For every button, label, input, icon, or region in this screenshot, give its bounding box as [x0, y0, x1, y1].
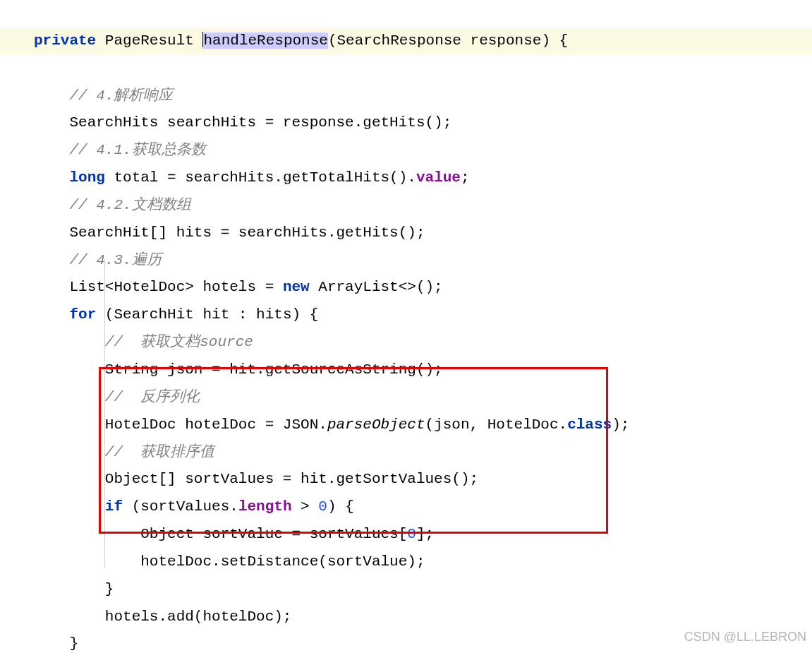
method-name: handleResponse — [203, 32, 327, 49]
param-type: SearchResponse — [337, 32, 461, 49]
comment-line: // 4.3.遍历 — [69, 252, 161, 268]
static-method: parseObject — [327, 417, 425, 433]
comment-line: // 反序列化 — [105, 389, 200, 405]
code-line: Object[] sortValues = hit.getSortValues(… — [105, 471, 478, 487]
field-value: value — [416, 169, 461, 186]
brace-close: } — [105, 581, 114, 597]
code-line: String json = hit.getSourceAsString(); — [105, 361, 443, 378]
code-fragment: ; — [461, 169, 470, 186]
code-fragment: (json, HotelDoc. — [425, 417, 568, 433]
code-fragment: HotelDoc hotelDoc = JSON. — [105, 417, 327, 433]
code-line: SearchHits searchHits = response.getHits… — [69, 114, 452, 131]
code-fragment: ) { — [327, 498, 354, 515]
code-fragment: ArrayList<>(); — [310, 279, 443, 295]
method-signature-line: private PageResult handleResponse(Search… — [0, 28, 812, 55]
keyword-for: for — [69, 306, 96, 323]
code-fragment: List<HotelDoc> hotels = — [69, 279, 282, 295]
code-fragment: > — [292, 498, 319, 515]
fold-guide-line — [104, 258, 105, 568]
number-literal: 0 — [318, 498, 327, 515]
code-fragment: (sortValues. — [123, 498, 238, 515]
code-line: hotelDoc.setDistance(sortValue); — [140, 553, 425, 570]
code-line: SearchHit[] hits = searchHits.getHits(); — [69, 224, 425, 241]
code-fragment: total = searchHits.getTotalHits(). — [105, 169, 416, 186]
modifier-keyword: private — [34, 32, 96, 49]
keyword-new: new — [283, 279, 310, 295]
code-fragment: ); — [612, 417, 629, 433]
brace-close: } — [69, 635, 78, 652]
comment-line: // 4.1.获取总条数 — [69, 142, 205, 158]
return-type: PageResult — [105, 32, 194, 49]
field-length: length — [238, 498, 292, 515]
code-line: hotels.add(hotelDoc); — [105, 609, 292, 625]
keyword-if: if — [105, 498, 123, 515]
keyword-long: long — [69, 169, 104, 186]
number-literal: 0 — [407, 526, 416, 542]
code-fragment: Object sortValue = sortValues[ — [140, 526, 407, 542]
param-name: response — [471, 32, 542, 49]
code-editor[interactable]: private PageResult handleResponse(Search… — [0, 0, 812, 653]
comment-line: // 获取文档source — [105, 334, 253, 350]
comment-line: // 4.2.文档数组 — [69, 197, 190, 213]
watermark-text: CSDN @LL.LEBRON — [684, 625, 806, 649]
comment-line: // 4.解析响应 — [69, 88, 173, 104]
brace-open: { — [559, 32, 569, 49]
comment-line: // 获取排序值 — [105, 444, 214, 460]
code-fragment: ]; — [416, 526, 434, 542]
keyword-class: class — [567, 417, 612, 433]
code-fragment: (SearchHit hit : hits) { — [96, 306, 318, 323]
